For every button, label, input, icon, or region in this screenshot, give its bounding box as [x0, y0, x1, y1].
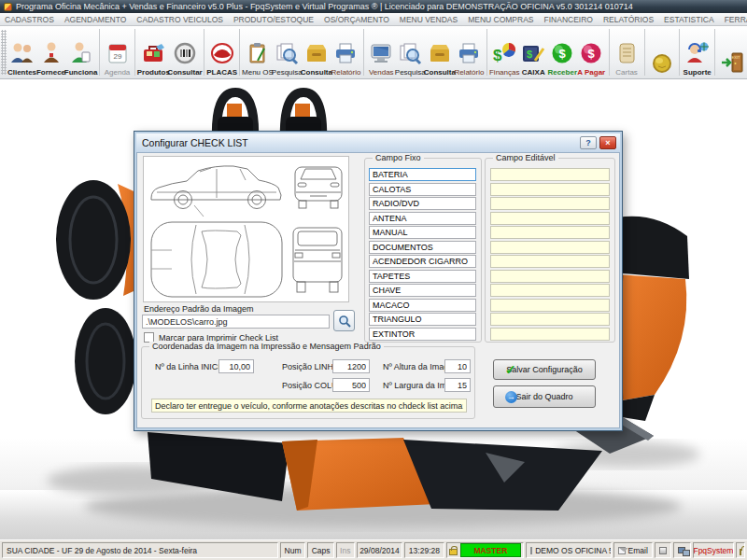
campo-fixo-input[interactable] — [369, 197, 476, 210]
envelope-icon — [618, 547, 626, 554]
toolbar-menu-os-button[interactable]: Menu OS — [243, 27, 273, 77]
toolbar-consultar-button[interactable]: Consultar — [169, 27, 202, 77]
toolbar-agenda-button[interactable]: 29 Agenda — [103, 27, 132, 77]
menu-item-relatorios[interactable]: RELATÓRIOS — [603, 15, 654, 24]
campo-editavel-input[interactable] — [490, 226, 610, 239]
toolbar: Clientes Fornece Funciona 29 Agenda — [0, 26, 747, 79]
toolbar-vendas-button[interactable]: Vendas — [367, 27, 396, 77]
image-path-input[interactable] — [142, 315, 330, 329]
toolbar-suporte-button[interactable]: Suporte — [683, 27, 712, 77]
exit-dialog-button[interactable]: → Sair do Quadro — [493, 385, 596, 408]
toolbar-separator — [644, 29, 645, 76]
svg-text:29: 29 — [113, 52, 121, 61]
dialog-help-button[interactable]: ? — [580, 136, 597, 149]
menu-item-os-orcamento[interactable]: OS/ORÇAMENTO — [324, 15, 389, 24]
toolbar-receber-button[interactable]: $ Receber — [548, 27, 577, 77]
menu-item-estatistica[interactable]: ESTATISTICA — [664, 15, 714, 24]
svg-text:$: $ — [493, 47, 502, 64]
campo-editavel-input[interactable] — [490, 197, 610, 210]
status-num: Num — [280, 542, 305, 558]
toolbar-vendas-pesquisa-button[interactable]: Pesquisa — [396, 27, 425, 77]
toolbar-vendas-consulta-button[interactable]: Consulta — [425, 27, 455, 77]
campo-fixo-input[interactable] — [369, 299, 476, 312]
campo-editavel-input[interactable] — [490, 212, 610, 225]
toolbar-clientes-button[interactable]: Clientes — [7, 27, 36, 77]
svg-text:$: $ — [527, 49, 532, 60]
toolbar-os-relatorio-button[interactable]: Relatório — [331, 27, 360, 77]
toolbar-funcionarios-button[interactable]: Funciona — [65, 27, 96, 77]
campo-fixo-input[interactable] — [369, 168, 476, 181]
campo-fixo-input[interactable] — [369, 284, 476, 297]
menu-item-agendamento[interactable]: AGENDAMENTO — [64, 15, 126, 24]
campo-editavel-input[interactable] — [490, 168, 610, 181]
campo-fixo-input[interactable] — [369, 270, 476, 283]
campo-editavel-input[interactable] — [490, 284, 610, 297]
car-blueprint-image — [143, 156, 349, 302]
toolbar-a-pagar-button[interactable]: $ A Pagar — [577, 27, 606, 77]
linha-inicial-input[interactable] — [218, 359, 254, 373]
dialog-titlebar[interactable]: Configurar CHECK LIST ? × — [136, 133, 620, 152]
toolbar-caixa-button[interactable]: $ CAIXA — [519, 27, 548, 77]
printer-icon — [659, 547, 668, 554]
save-config-button[interactable]: ✓ Salvar Configuração — [493, 359, 596, 380]
magnifier-icon — [338, 315, 351, 328]
campo-fixo-input[interactable] — [369, 313, 476, 326]
campo-fixo-input[interactable] — [369, 226, 476, 239]
menu-item-cadastros[interactable]: CADASTROS — [5, 15, 54, 24]
print-checklist-label: Marcar para Imprimir Check List — [159, 333, 278, 343]
menu-item-ferramentas[interactable]: FERRAMENTAS — [725, 15, 747, 24]
computer-icon — [530, 547, 532, 554]
status-email[interactable]: Email — [613, 542, 653, 558]
toolbar-cartas-button[interactable]: Cartas — [613, 27, 641, 77]
status-user-badge: MASTER — [460, 543, 522, 557]
campo-fixo-group: Campo Fixo — [364, 158, 482, 343]
default-message-input[interactable] — [151, 399, 467, 413]
campo-fixo-input[interactable] — [369, 183, 476, 196]
toolbar-separator — [204, 29, 204, 76]
coordinates-group-title: Coordenadas da Imagem na Impressão e Men… — [149, 342, 384, 351]
campo-fixo-input[interactable] — [369, 255, 476, 268]
toolbar-os-consulta-button[interactable]: Consulta — [302, 27, 331, 77]
status-system: DEMO OS OFICINA 5.0 — [526, 542, 611, 558]
toolbar-placas-button[interactable]: PLACAS — [207, 27, 236, 77]
status-printer[interactable] — [655, 542, 672, 558]
campo-editavel-input[interactable] — [490, 241, 610, 254]
campo-editavel-input[interactable] — [490, 299, 610, 312]
exit-door-icon: EXIT — [719, 49, 747, 77]
toolbar-exit-button[interactable]: EXIT — [718, 27, 747, 77]
menu-item-produto-estoque[interactable]: PRODUTO/ESTOQUE — [233, 15, 314, 24]
browse-image-button[interactable] — [333, 310, 355, 331]
toolbar-os-pesquisa-button[interactable]: Pesquisa — [273, 27, 302, 77]
status-location: SUA CIDADE - UF 29 de Agosto de 2014 - S… — [2, 542, 278, 558]
campo-editavel-input[interactable] — [490, 255, 610, 268]
toolbar-coin-button[interactable] — [647, 27, 676, 77]
toolbar-vendas-relatorio-button[interactable]: Relatório — [455, 27, 484, 77]
status-network[interactable] — [673, 542, 691, 558]
car-plate-icon — [208, 39, 236, 67]
toolbar-financas-button[interactable]: $ Finanças — [490, 27, 519, 77]
menu-item-menu-vendas[interactable]: MENU VENDAS — [400, 15, 458, 24]
campo-fixo-input[interactable] — [369, 328, 476, 341]
menu-item-financeiro[interactable]: FINANCEIRO — [544, 15, 593, 24]
menu-item-menu-compras[interactable]: MENU COMPRAS — [468, 15, 533, 24]
menubar: CADASTROS AGENDAMENTO CADASTRO VEICULOS … — [0, 13, 747, 26]
menu-item-cadastro-veiculos[interactable]: CADASTRO VEICULOS — [136, 15, 223, 24]
campo-fixo-input[interactable] — [369, 212, 476, 225]
campo-editavel-input[interactable] — [490, 328, 610, 341]
campo-editavel-input[interactable] — [490, 270, 610, 283]
posicao-coluna-input[interactable] — [332, 378, 370, 392]
toolbar-grip — [1, 30, 7, 75]
posicao-linha-input[interactable] — [332, 359, 370, 373]
campo-fixo-input[interactable] — [369, 241, 476, 254]
campo-editavel-input[interactable] — [490, 183, 610, 196]
status-user: MASTER — [446, 542, 525, 558]
toolbar-fornecedores-button[interactable]: Fornece — [36, 27, 65, 77]
calendar-icon: 29 — [104, 39, 132, 67]
campo-editavel-input[interactable] — [490, 313, 610, 326]
toolbar-produtos-button[interactable]: Produtos — [138, 27, 169, 77]
largura-imagem-input[interactable] — [444, 378, 471, 392]
arrow-right-icon: → — [505, 391, 517, 403]
altura-imagem-input[interactable] — [444, 359, 471, 373]
dialog-close-button[interactable]: × — [599, 136, 616, 149]
monitor-icon — [367, 39, 395, 67]
